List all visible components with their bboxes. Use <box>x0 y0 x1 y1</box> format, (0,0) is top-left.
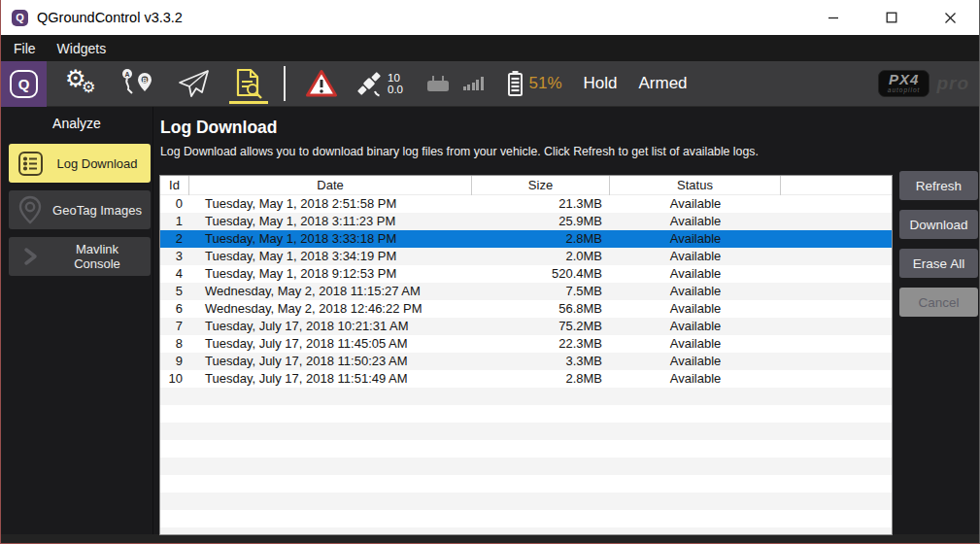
plan-view-button[interactable]: A B <box>118 61 157 107</box>
cell-date: Wednesday, May 2, 2018 12:46:22 PM <box>189 300 472 318</box>
window-controls <box>804 0 979 35</box>
column-header-status: Status <box>610 176 781 195</box>
toolbar-divider <box>284 66 286 101</box>
log-row-5[interactable]: 5Wednesday, May 2, 2018 11:15:27 AM7.5MB… <box>160 283 892 300</box>
cell-date: Wednesday, May 2, 2018 11:15:27 AM <box>189 283 472 300</box>
cell-id: 2 <box>160 230 189 248</box>
battery-status-indicator[interactable]: 51% <box>507 70 562 97</box>
sidebar-item-label: Log Download <box>51 156 151 171</box>
log-row-1[interactable]: 1Tuesday, May 1, 2018 3:11:23 PM25.9MBAv… <box>160 213 892 230</box>
geotag-pin-icon <box>9 195 51 224</box>
log-row-empty[interactable] <box>160 405 892 423</box>
cell-size: 21.3MB <box>472 195 610 213</box>
download-button[interactable]: Download <box>899 210 978 239</box>
close-button[interactable] <box>921 0 979 35</box>
cell-date: Tuesday, May 1, 2018 3:33:18 PM <box>189 230 472 248</box>
toolbar: Q ⚙⚙ A B <box>1 61 979 107</box>
log-row-empty[interactable] <box>160 493 892 510</box>
sidebar-header: Analyze <box>1 116 152 131</box>
cell-id: 6 <box>160 300 189 318</box>
log-row-2-selected[interactable]: 2Tuesday, May 1, 2018 3:33:18 PM2.8MBAva… <box>160 230 892 248</box>
cell-size: 3.3MB <box>472 353 610 370</box>
log-row-3[interactable]: 3Tuesday, May 1, 2018 3:34:19 PM2.0MBAva… <box>160 248 892 265</box>
gps-status-indicator[interactable]: 10 0.0 <box>355 61 403 107</box>
cell-size: 22.3MB <box>472 335 610 353</box>
cell-id: 1 <box>160 213 189 230</box>
log-row-0[interactable]: 0Tuesday, May 1, 2018 2:51:58 PM21.3MBAv… <box>160 195 892 213</box>
erase-all-button[interactable]: Erase All <box>899 249 978 278</box>
svg-text:B: B <box>142 77 147 84</box>
log-row-8[interactable]: 8Tuesday, July 17, 2018 11:45:05 AM22.3M… <box>160 335 892 353</box>
px4-pro-logo: PX4 autopilot pro <box>878 70 969 97</box>
log-actions: RefreshDownloadErase AllCancel <box>899 171 978 326</box>
sidebar-item-log-download[interactable]: Log Download <box>9 144 151 183</box>
cell-status: Available <box>610 283 781 300</box>
log-row-empty[interactable] <box>160 388 892 405</box>
vehicle-messages-button[interactable] <box>302 61 341 107</box>
cancel-button: Cancel <box>899 288 978 317</box>
log-row-4[interactable]: 4Tuesday, May 1, 2018 9:12:53 PM520.4MBA… <box>160 265 892 283</box>
cell-size: 25.9MB <box>472 213 610 230</box>
px4-badge: PX4 autopilot <box>878 70 930 97</box>
minimize-button[interactable] <box>804 0 862 35</box>
cell-size: 2.8MB <box>472 230 610 248</box>
cell-id: 8 <box>160 335 189 353</box>
chevron-right-icon <box>9 245 51 268</box>
cell-date: Tuesday, July 17, 2018 11:51:49 AM <box>189 370 472 388</box>
arm-state-toggle[interactable]: Armed <box>639 74 688 93</box>
rc-transmitter-icon <box>424 73 452 94</box>
log-download-page: Log Download Log Download allows you to … <box>153 107 979 534</box>
log-row-6[interactable]: 6Wednesday, May 2, 2018 12:46:22 PM56.8M… <box>160 300 892 318</box>
log-row-7[interactable]: 7Tuesday, July 17, 2018 10:21:31 AM75.2M… <box>160 318 892 335</box>
qgc-home-view-button[interactable]: Q <box>1 61 47 107</box>
log-table-body: 0Tuesday, May 1, 2018 2:51:58 PM21.3MBAv… <box>160 195 892 535</box>
analyze-view-button[interactable] <box>229 61 268 107</box>
flight-mode-selector[interactable]: Hold <box>584 74 618 93</box>
cell-size: 56.8MB <box>472 300 610 318</box>
close-icon <box>944 12 957 24</box>
column-header-id: Id <box>160 176 189 195</box>
sidebar-item-mavlink-console[interactable]: Mavlink Console <box>9 237 151 276</box>
battery-percent: 51% <box>529 74 562 93</box>
log-row-empty[interactable] <box>160 423 892 440</box>
cell-size: 75.2MB <box>472 318 610 335</box>
log-row-10[interactable]: 10Tuesday, July 17, 2018 11:51:49 AM2.8M… <box>160 370 892 388</box>
cell-status: Available <box>610 213 781 230</box>
cell-size: 520.4MB <box>472 265 610 283</box>
log-row-empty[interactable] <box>160 440 892 458</box>
rc-rssi-indicator[interactable] <box>424 73 484 94</box>
cell-date: Tuesday, July 17, 2018 11:50:23 AM <box>189 353 472 370</box>
page-title: Log Download <box>153 107 979 138</box>
log-row-empty[interactable] <box>160 458 892 475</box>
svg-text:A: A <box>124 71 129 78</box>
log-row-empty[interactable] <box>160 527 892 535</box>
cell-size: 2.8MB <box>472 370 610 388</box>
log-row-empty[interactable] <box>160 475 892 493</box>
minimize-icon <box>828 12 839 23</box>
log-row-9[interactable]: 9Tuesday, July 17, 2018 11:50:23 AM3.3MB… <box>160 353 892 370</box>
settings-view-button[interactable]: ⚙⚙ <box>63 61 102 107</box>
sidebar-item-geotag-images[interactable]: GeoTag Images <box>9 190 151 229</box>
cell-status: Available <box>610 300 781 318</box>
fly-view-button[interactable] <box>174 61 213 107</box>
column-header-empty <box>781 176 892 195</box>
plan-route-icon: A B <box>119 67 156 100</box>
cell-id: 4 <box>160 265 189 283</box>
app-icon-letter: Q <box>16 12 24 23</box>
cell-status: Available <box>610 265 781 283</box>
window-title: QGroundControl v3.3.2 <box>37 10 183 25</box>
refresh-button[interactable]: Refresh <box>899 171 978 200</box>
cell-date: Tuesday, July 17, 2018 10:21:31 AM <box>189 318 472 335</box>
cell-id: 3 <box>160 248 189 265</box>
menu-item-widgets[interactable]: Widgets <box>54 41 118 56</box>
window-bottom-edge <box>1 534 979 543</box>
log-table-header: IdDateSizeStatus <box>160 176 892 195</box>
menu-item-file[interactable]: File <box>11 41 47 56</box>
list-icon <box>9 151 51 177</box>
maximize-button[interactable] <box>862 0 921 35</box>
cell-status: Available <box>610 248 781 265</box>
page-description: Log Download allows you to download bina… <box>153 138 979 158</box>
log-row-empty[interactable] <box>160 510 892 527</box>
cell-date: Tuesday, May 1, 2018 3:34:19 PM <box>189 248 472 265</box>
battery-icon <box>507 70 524 97</box>
